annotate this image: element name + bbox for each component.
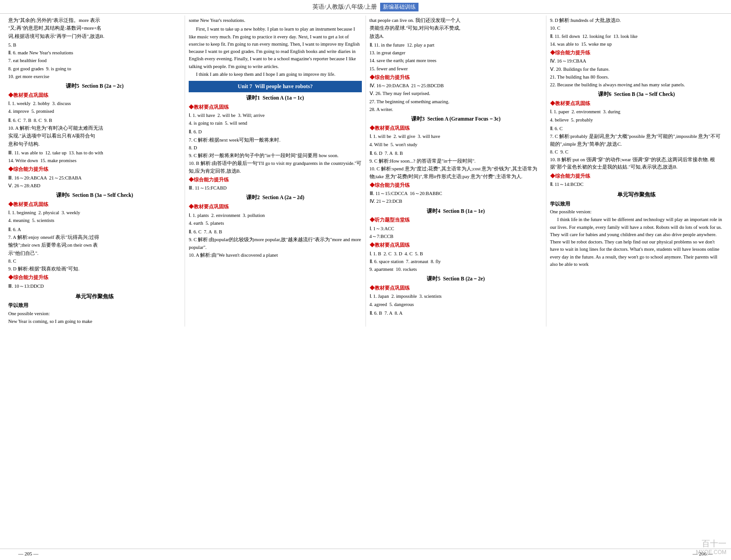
lesson6-ability: Ⅲ. 10～13:DDCD bbox=[8, 283, 181, 290]
col1-intro: 意为"其余的;另外的"表示泛指。more 表示 "又;再"的意思时,其结构是:基… bbox=[8, 17, 181, 40]
lesson5b-title: 课时5 Section B (2a－2e) bbox=[370, 275, 542, 283]
page-wrapper: 英语/人教版/八年级/上册 新编基础训练 意为"其余的;另外的"表示泛指。mor… bbox=[0, 0, 731, 328]
page-header: 英语/人教版/八年级/上册 新编基础训练 bbox=[0, 0, 731, 14]
unit7-lesson2-section2: Ⅱ. 6. C 7. A 8. B 9. C 解析:由popular的比较级为m… bbox=[189, 228, 361, 259]
lesson4-title: 课时4 Section B (1a－1e) bbox=[370, 207, 542, 216]
watermark-line2: MXQE.COM bbox=[696, 549, 726, 555]
col4-lesson6-section2: Ⅱ. 6. C 7. C 解析:probably 是副词,意为"大概"possi… bbox=[550, 125, 723, 171]
lesson5b-section-label: ◆教材要点巩固练 bbox=[370, 285, 542, 292]
unit7-lesson1-label: ◆教材要点巩固练 bbox=[189, 104, 361, 111]
lesson5b-section2: Ⅱ. 6. B 7. A 8. A bbox=[370, 310, 542, 317]
watermark: 百十一 MXQE.COM bbox=[696, 538, 726, 555]
col2-intro: some New Year's resolutions. bbox=[189, 17, 361, 24]
lesson6-title: 课时6 Section B (3a－Self Check) bbox=[8, 191, 181, 200]
col4-ability: Ⅳ. 16～19:CBAA Ⅴ. 20. Buildings for the f… bbox=[550, 58, 723, 89]
lesson4-listen: Ⅰ. 1～3:ACC 4～7:BCCB bbox=[370, 225, 542, 241]
lesson5-section2: Ⅱ. 6. C 7. B 8. C 9. B 10. A 解析:句意为"有时决心… bbox=[8, 117, 181, 148]
writing-subtitle-col4: 学以致用 bbox=[550, 201, 723, 208]
lesson5-ability: Ⅲ. 16～20:ABCAA 21～25:CBABA Ⅴ. 26～28:ABD bbox=[8, 174, 181, 190]
lesson4-listen-label: ◆听力题型当堂练 bbox=[370, 217, 542, 224]
lesson3-ability: Ⅲ. 11～15:CDCCA 16～20:BABBC Ⅳ. 21～23:DCB bbox=[370, 190, 542, 206]
page-footer: — 205 — — 206 — bbox=[0, 549, 731, 558]
col3-ability: Ⅳ. 16～20:DACBA 21～25:BDCDB Ⅴ. 26. They m… bbox=[370, 82, 542, 113]
unit7-lesson2-title: 课时2 Section A (2a－2d) bbox=[189, 194, 361, 202]
main-content: 意为"其余的;另外的"表示泛指。more 表示 "又;再"的意思时,其结构是:基… bbox=[0, 14, 731, 328]
header-title: 英语/人教版/八年级/上册 bbox=[313, 3, 377, 10]
unit7-lesson1-section2: Ⅱ. 6. D 7. C 解析:根据next week可知用一般将来时. 8. … bbox=[189, 128, 361, 175]
lesson5b-section: Ⅰ. 1. Japan 2. impossible 3. scientists … bbox=[370, 293, 542, 308]
lesson3-ability-label: ◆综合能力提升练 bbox=[370, 182, 542, 189]
unit7-lesson2-section1: Ⅰ. 1. plants 2. environment 3. pollution… bbox=[189, 212, 361, 227]
lesson6-section1-label: ◆教材要点巩固练 bbox=[8, 201, 181, 208]
lesson6-section2: Ⅱ. 6. A 7. A 解析:enjoy oneself 表示"玩得高兴;过得… bbox=[8, 226, 181, 273]
lesson5-title: 课时5 Section B (2a－2c) bbox=[8, 82, 181, 90]
page-number-left: — 205 — bbox=[18, 551, 38, 556]
unit7-lesson1-title: 课时1 Section A (1a－1c) bbox=[189, 94, 361, 102]
lesson4-section-label: ◆教材要点巩固练 bbox=[370, 242, 542, 249]
column-3: that people can live on. 我们还没发现一个人 类能生存的… bbox=[366, 16, 546, 327]
col4-lesson6-section1: Ⅰ. 1. paper 2. environment 3. during 4. … bbox=[550, 108, 723, 124]
unit7-lesson1-ability: Ⅲ. 11～15:FCABD bbox=[189, 185, 361, 192]
lesson3-section-label: ◆教材要点巩固练 bbox=[370, 125, 542, 132]
col4-ability2-label: ◆综合能力提升练 bbox=[550, 173, 723, 180]
unit7-lesson2-label: ◆教材要点巩固练 bbox=[189, 203, 361, 211]
writing-title-col1: 单元写作聚焦练 bbox=[8, 292, 181, 301]
lesson3-section2: Ⅱ. 6. D 7. A 8. B 9. C 解析:How soon...? 的… bbox=[370, 150, 542, 180]
column-1: 意为"其余的;另外的"表示泛指。more 表示 "又;再"的意思时,其结构是:基… bbox=[5, 16, 185, 327]
header-subtitle: 新编基础训练 bbox=[380, 3, 418, 11]
lesson3-section1: Ⅰ. 1. will be 2. will give 3. will have … bbox=[370, 133, 542, 148]
col2-paragraphs: First, I want to take up a new hobby. I … bbox=[189, 26, 361, 78]
column-4: 9. D 解析:hundreds of 大批,故选D. 10. C Ⅱ. 11.… bbox=[546, 16, 726, 327]
col4-lesson6-label: ◆教材要点巩固练 bbox=[550, 100, 723, 107]
lesson6-section1: Ⅰ. 1. beginning 2. physical 3. weekly 4.… bbox=[8, 209, 181, 225]
lesson4-section: Ⅰ. 1. B 2. C 3. D 4. C 5. B Ⅱ. 6. space … bbox=[370, 250, 542, 274]
col4-items: 9. D 解析:hundreds of 大批,故选D. 10. C Ⅱ. 11.… bbox=[550, 17, 723, 48]
lesson5-ability-label: ◆综合能力提升练 bbox=[8, 166, 181, 173]
column-2: some New Year's resolutions. First, I wa… bbox=[185, 16, 366, 327]
lesson5-section1: Ⅰ. 1. weekly 2. hobby 3. discuss 4. impr… bbox=[8, 100, 181, 116]
watermark-line1: 百十一 bbox=[696, 538, 726, 549]
lesson5-section3: Ⅲ. 11. was able to 12. take up 13. has t… bbox=[8, 149, 181, 165]
col3-lesson2-cont: Ⅱ. 11. in the future 12. play a part 13.… bbox=[370, 42, 542, 73]
unit7-lesson1-section1: Ⅰ. 1. will have 2. will be 3. Will; arri… bbox=[189, 112, 361, 127]
col4-ability2: Ⅱ. 11～14:BCDC bbox=[550, 181, 723, 188]
lesson5-section1-label: ◆教材要点巩固练 bbox=[8, 92, 181, 99]
writing-title-col4: 单元写作聚焦练 bbox=[550, 190, 723, 199]
unit7-lesson1-ability-label: ◆综合能力提升练 bbox=[189, 176, 361, 184]
col1-items: 5. B Ⅱ. 6. made New Year's resolutions 7… bbox=[8, 42, 181, 80]
unit7-header: Unit 7 Will people have robots? bbox=[189, 81, 361, 92]
lesson6-ability-label: ◆综合能力提升练 bbox=[8, 274, 181, 281]
lesson3-title: 课时3 Section A (Grammar Focus－3c) bbox=[370, 115, 542, 123]
writing-subtitle-col1: 学以致用 bbox=[8, 302, 181, 309]
col3-intro: that people can live on. 我们还没发现一个人 类能生存的… bbox=[370, 17, 542, 40]
col4-lesson6-title: 课时6 Section B (3a－Self Check) bbox=[550, 90, 723, 99]
col4-ability-label: ◆综合能力提升练 bbox=[550, 49, 723, 57]
col3-ability-label: ◆综合能力提升练 bbox=[370, 74, 542, 81]
